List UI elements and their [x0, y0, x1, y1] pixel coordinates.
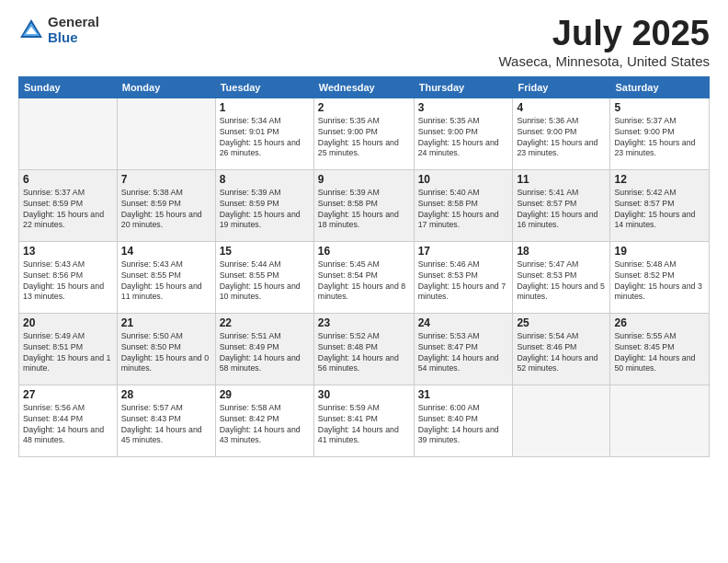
day-info: Sunrise: 5:37 AM Sunset: 9:00 PM Dayligh… — [614, 116, 705, 160]
table-row: 31Sunrise: 6:00 AM Sunset: 8:40 PM Dayli… — [414, 385, 513, 456]
day-number: 11 — [517, 173, 606, 186]
day-info: Sunrise: 5:43 AM Sunset: 8:55 PM Dayligh… — [121, 259, 211, 304]
day-info: Sunrise: 5:44 AM Sunset: 8:55 PM Dayligh… — [220, 259, 310, 304]
col-thursday: Thursday — [414, 76, 513, 98]
calendar-header-row: Sunday Monday Tuesday Wednesday Thursday… — [19, 76, 710, 98]
day-info: Sunrise: 5:39 AM Sunset: 8:59 PM Dayligh… — [220, 188, 310, 232]
table-row: 4Sunrise: 5:36 AM Sunset: 9:00 PM Daylig… — [513, 98, 610, 169]
day-info: Sunrise: 5:58 AM Sunset: 8:42 PM Dayligh… — [220, 403, 310, 447]
day-info: Sunrise: 5:48 AM Sunset: 8:52 PM Dayligh… — [614, 259, 705, 304]
day-number: 20 — [23, 316, 113, 329]
table-row: 10Sunrise: 5:40 AM Sunset: 8:58 PM Dayli… — [414, 169, 513, 241]
title-block: July 2025 Waseca, Minnesota, United Stat… — [498, 15, 710, 69]
table-row: 15Sunrise: 5:44 AM Sunset: 8:55 PM Dayli… — [215, 241, 313, 313]
day-info: Sunrise: 5:45 AM Sunset: 8:54 PM Dayligh… — [318, 259, 410, 304]
table-row: 8Sunrise: 5:39 AM Sunset: 8:59 PM Daylig… — [215, 169, 313, 241]
day-info: Sunrise: 5:54 AM Sunset: 8:46 PM Dayligh… — [517, 331, 606, 375]
table-row: 16Sunrise: 5:45 AM Sunset: 8:54 PM Dayli… — [313, 241, 414, 313]
calendar-table: Sunday Monday Tuesday Wednesday Thursday… — [18, 76, 710, 457]
day-number: 17 — [418, 245, 509, 258]
day-number: 18 — [517, 245, 606, 258]
day-number: 6 — [23, 173, 113, 186]
day-info: Sunrise: 5:59 AM Sunset: 8:41 PM Dayligh… — [318, 403, 410, 447]
logo-icon — [18, 17, 44, 43]
table-row: 11Sunrise: 5:41 AM Sunset: 8:57 PM Dayli… — [513, 169, 610, 241]
day-info: Sunrise: 5:42 AM Sunset: 8:57 PM Dayligh… — [614, 188, 705, 232]
logo: General Blue — [18, 15, 99, 45]
table-row: 29Sunrise: 5:58 AM Sunset: 8:42 PM Dayli… — [215, 385, 313, 456]
day-number: 21 — [121, 316, 211, 329]
calendar-week-row: 27Sunrise: 5:56 AM Sunset: 8:44 PM Dayli… — [19, 385, 710, 456]
table-row: 30Sunrise: 5:59 AM Sunset: 8:41 PM Dayli… — [313, 385, 414, 456]
day-info: Sunrise: 5:34 AM Sunset: 9:01 PM Dayligh… — [220, 116, 310, 160]
day-number: 2 — [318, 101, 410, 114]
day-number: 24 — [418, 316, 509, 329]
day-info: Sunrise: 5:52 AM Sunset: 8:48 PM Dayligh… — [318, 331, 410, 375]
day-info: Sunrise: 5:39 AM Sunset: 8:58 PM Dayligh… — [318, 188, 410, 232]
table-row: 25Sunrise: 5:54 AM Sunset: 8:46 PM Dayli… — [513, 313, 610, 385]
day-number: 23 — [318, 316, 410, 329]
table-row — [513, 385, 610, 456]
day-number: 12 — [614, 173, 705, 186]
col-monday: Monday — [117, 76, 215, 98]
day-info: Sunrise: 5:50 AM Sunset: 8:50 PM Dayligh… — [121, 331, 211, 375]
day-number: 1 — [220, 101, 310, 114]
table-row: 21Sunrise: 5:50 AM Sunset: 8:50 PM Dayli… — [117, 313, 215, 385]
day-info: Sunrise: 5:57 AM Sunset: 8:43 PM Dayligh… — [121, 403, 211, 447]
table-row: 22Sunrise: 5:51 AM Sunset: 8:49 PM Dayli… — [215, 313, 313, 385]
table-row: 1Sunrise: 5:34 AM Sunset: 9:01 PM Daylig… — [215, 98, 313, 169]
day-number: 22 — [220, 316, 310, 329]
table-row: 13Sunrise: 5:43 AM Sunset: 8:56 PM Dayli… — [19, 241, 118, 313]
table-row: 14Sunrise: 5:43 AM Sunset: 8:55 PM Dayli… — [117, 241, 215, 313]
day-info: Sunrise: 5:36 AM Sunset: 9:00 PM Dayligh… — [517, 116, 606, 160]
col-friday: Friday — [513, 76, 610, 98]
table-row: 3Sunrise: 5:35 AM Sunset: 9:00 PM Daylig… — [414, 98, 513, 169]
day-number: 29 — [220, 388, 310, 401]
table-row: 28Sunrise: 5:57 AM Sunset: 8:43 PM Dayli… — [117, 385, 215, 456]
day-number: 13 — [23, 245, 113, 258]
day-info: Sunrise: 5:41 AM Sunset: 8:57 PM Dayligh… — [517, 188, 606, 232]
table-row: 26Sunrise: 5:55 AM Sunset: 8:45 PM Dayli… — [610, 313, 710, 385]
day-info: Sunrise: 5:35 AM Sunset: 9:00 PM Dayligh… — [318, 116, 410, 160]
header: General Blue July 2025 Waseca, Minnesota… — [18, 15, 710, 69]
day-info: Sunrise: 5:46 AM Sunset: 8:53 PM Dayligh… — [418, 259, 509, 304]
day-number: 5 — [614, 101, 705, 114]
day-info: Sunrise: 5:51 AM Sunset: 8:49 PM Dayligh… — [220, 331, 310, 375]
table-row: 2Sunrise: 5:35 AM Sunset: 9:00 PM Daylig… — [313, 98, 414, 169]
calendar-week-row: 20Sunrise: 5:49 AM Sunset: 8:51 PM Dayli… — [19, 313, 710, 385]
main-title: July 2025 — [498, 15, 710, 53]
logo-blue-label: Blue — [48, 30, 99, 46]
logo-general-label: General — [48, 15, 99, 30]
day-number: 15 — [220, 245, 310, 258]
day-number: 3 — [418, 101, 509, 114]
table-row: 27Sunrise: 5:56 AM Sunset: 8:44 PM Dayli… — [19, 385, 118, 456]
col-saturday: Saturday — [610, 76, 710, 98]
day-info: Sunrise: 5:55 AM Sunset: 8:45 PM Dayligh… — [614, 331, 705, 375]
day-number: 9 — [318, 173, 410, 186]
col-sunday: Sunday — [19, 76, 118, 98]
calendar-week-row: 6Sunrise: 5:37 AM Sunset: 8:59 PM Daylig… — [19, 169, 710, 241]
day-number: 7 — [121, 173, 211, 186]
day-number: 4 — [517, 101, 606, 114]
table-row: 17Sunrise: 5:46 AM Sunset: 8:53 PM Dayli… — [414, 241, 513, 313]
table-row: 9Sunrise: 5:39 AM Sunset: 8:58 PM Daylig… — [313, 169, 414, 241]
day-info: Sunrise: 5:47 AM Sunset: 8:53 PM Dayligh… — [517, 259, 606, 304]
table-row: 20Sunrise: 5:49 AM Sunset: 8:51 PM Dayli… — [19, 313, 118, 385]
day-number: 27 — [23, 388, 113, 401]
calendar-week-row: 13Sunrise: 5:43 AM Sunset: 8:56 PM Dayli… — [19, 241, 710, 313]
day-number: 19 — [614, 245, 705, 258]
day-info: Sunrise: 5:40 AM Sunset: 8:58 PM Dayligh… — [418, 188, 509, 232]
col-wednesday: Wednesday — [313, 76, 414, 98]
day-number: 25 — [517, 316, 606, 329]
day-number: 31 — [418, 388, 509, 401]
day-info: Sunrise: 5:53 AM Sunset: 8:47 PM Dayligh… — [418, 331, 509, 375]
table-row: 18Sunrise: 5:47 AM Sunset: 8:53 PM Dayli… — [513, 241, 610, 313]
day-number: 30 — [318, 388, 410, 401]
day-number: 16 — [318, 245, 410, 258]
day-number: 8 — [220, 173, 310, 186]
day-info: Sunrise: 5:56 AM Sunset: 8:44 PM Dayligh… — [23, 403, 113, 447]
calendar-week-row: 1Sunrise: 5:34 AM Sunset: 9:01 PM Daylig… — [19, 98, 710, 169]
day-info: Sunrise: 5:37 AM Sunset: 8:59 PM Dayligh… — [23, 188, 113, 232]
table-row — [610, 385, 710, 456]
logo-text: General Blue — [48, 15, 99, 45]
